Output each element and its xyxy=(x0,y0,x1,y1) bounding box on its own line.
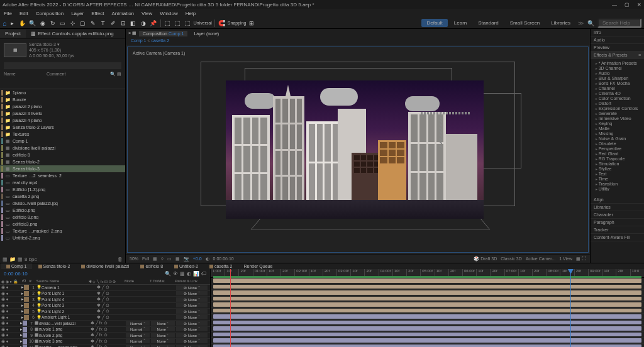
close-icon[interactable]: ✕ xyxy=(637,2,641,8)
menu-window[interactable]: Window xyxy=(156,11,181,16)
project-item[interactable]: 📁Buvole xyxy=(0,96,125,103)
viewport[interactable]: Active Camera (Camera 1) xyxy=(127,47,589,253)
timeline-layer[interactable]: ◉ ●▸3💡Point Light 4✱ ╱ ⊙⊘ None ˅ xyxy=(0,297,210,303)
project-item[interactable]: 📁palazzi 3 livello xyxy=(0,110,125,117)
comp-breadcrumb[interactable]: Comp 1 < casetta 2 xyxy=(126,38,590,45)
workspace-small-screen[interactable]: Small Screen xyxy=(505,19,545,27)
res-select[interactable]: Full xyxy=(142,256,149,261)
project-item[interactable]: ▭edificio3.png xyxy=(0,221,125,228)
effect-category[interactable]: Generate xyxy=(596,111,644,116)
menu-layer[interactable]: Layer xyxy=(67,11,87,16)
search-icon[interactable]: 🔍 xyxy=(586,19,595,28)
timeline-layer[interactable]: ◉ ●▸10▦nuvole 3.png✱ ╱ fx ⊙Normal ˅None … xyxy=(0,339,210,345)
timeline-layer[interactable]: ◉ ●▸8▦nuvole 1.png✱ ╱ fx ⊙Normal ˅None ˅… xyxy=(0,327,210,333)
playhead[interactable] xyxy=(570,269,571,347)
effect-category[interactable]: Red Giant xyxy=(596,151,644,156)
effect-category[interactable]: RG Trapcode xyxy=(596,156,644,161)
shape-tool-icon[interactable]: ▢ xyxy=(79,19,87,28)
exposure-icon[interactable]: ◐ xyxy=(206,256,209,262)
project-search-input[interactable] xyxy=(4,62,121,69)
tab-effect-controls[interactable]: ▦ Effect Controls coppia edificio.png xyxy=(26,30,119,38)
effect-category[interactable]: Audio xyxy=(596,70,644,75)
interp-icon[interactable]: ▦ xyxy=(3,256,8,262)
effect-category[interactable]: Noise & Grain xyxy=(596,136,644,141)
panel-audio[interactable]: Audio xyxy=(591,36,644,44)
project-item[interactable]: ▭Texture_...2_seamless_2 xyxy=(0,172,125,179)
frame-blend-icon[interactable]: ▦ xyxy=(180,271,185,277)
panel-content-aware-fill[interactable]: Content-Aware Fill xyxy=(591,234,644,241)
view-axis-icon[interactable]: ⬚ xyxy=(184,19,192,28)
effect-category[interactable]: Keying xyxy=(596,121,644,126)
current-time[interactable]: 0:00:06:10 xyxy=(4,271,28,277)
view-select[interactable]: Active Camer... xyxy=(526,256,555,261)
viewcount-select[interactable]: 1 View xyxy=(559,256,572,261)
timeline-layer[interactable]: ◉ ●▸11▦goethe_…nopng.png✱ ╱ fx ⊙Normal ˅… xyxy=(0,344,210,347)
brush-tool-icon[interactable]: ✐ xyxy=(109,19,118,28)
new-comp-icon[interactable]: ▦ xyxy=(18,256,23,262)
renderer-select[interactable]: Classic 3D xyxy=(501,256,521,261)
project-item[interactable]: ▦divisione livelli palazzi xyxy=(0,145,125,151)
effect-category[interactable]: Color Correction xyxy=(596,96,644,101)
zoom-tool-icon[interactable]: 🔍 xyxy=(28,19,37,28)
timeline-layer[interactable]: ◉ ●▸7▦divisio…velli palazzi✱ ╱ fx ⊙Norma… xyxy=(0,321,210,327)
menu-file[interactable]: File xyxy=(0,11,16,16)
grid-icon[interactable]: ▦ xyxy=(153,256,157,262)
effect-category[interactable]: Utility xyxy=(596,186,644,191)
tag-icon[interactable]: 🏷 xyxy=(201,271,206,277)
timeline-layer[interactable]: ◉ ●▸1💡Camera 1✱ ╱ ⊙⊘ None ˅ xyxy=(0,285,210,291)
menu-view[interactable]: View xyxy=(138,11,156,16)
menu-animation[interactable]: Animation xyxy=(108,11,138,16)
panel-libraries[interactable]: Libraries xyxy=(591,204,644,211)
panel-tracker[interactable]: Tracker xyxy=(591,226,644,234)
maximize-icon[interactable]: ▢ xyxy=(625,2,630,8)
hand-tool-icon[interactable]: ✋ xyxy=(18,19,27,28)
rotate-tool-icon[interactable]: ↻ xyxy=(48,19,57,28)
text-tool-icon[interactable]: T xyxy=(99,19,108,28)
col-menu-icon[interactable]: 🔍 ▤ xyxy=(110,72,121,87)
home-icon[interactable]: ⌂ xyxy=(3,19,7,27)
panel-paragraph[interactable]: Paragraph xyxy=(591,219,644,226)
effect-category[interactable]: Simulation xyxy=(596,161,644,166)
effect-category[interactable]: Text xyxy=(596,171,644,176)
effect-category[interactable]: Perspective xyxy=(596,146,644,151)
panel-character[interactable]: Character xyxy=(591,211,644,219)
project-item[interactable]: ▦Comp 1 xyxy=(0,138,125,145)
project-item[interactable]: 📁Senza titolo-2 Layers xyxy=(0,124,125,131)
project-item[interactable]: ▭Edificio [1-3].png xyxy=(0,186,125,193)
project-item[interactable]: 📁1piano xyxy=(0,89,125,96)
project-item[interactable]: ▭Texture_...masked_2.png xyxy=(0,228,125,234)
project-item[interactable]: ▭Edificio.png xyxy=(0,207,125,214)
effect-category[interactable]: Expression Controls xyxy=(596,106,644,111)
roto-tool-icon[interactable]: ◑ xyxy=(139,19,148,28)
effect-category[interactable]: Cinema 4D xyxy=(596,91,644,96)
effects-presets-header[interactable]: Effects & Presets≡ xyxy=(591,52,644,59)
snap-opt-icon[interactable]: ⊞ xyxy=(247,19,256,28)
shy-icon[interactable]: 👁 xyxy=(173,271,178,277)
timeline-layer[interactable]: ◉ ●▸2💡Point Light 1✱ ╱ ⊙⊘ None ˅ xyxy=(0,291,210,297)
mask-icon[interactable]: ◊ xyxy=(161,256,163,261)
effect-category[interactable]: * Animation Presets xyxy=(596,60,644,65)
bpc-label[interactable]: 8 bpc xyxy=(25,256,37,262)
effect-category[interactable]: Distort xyxy=(596,101,644,106)
timeline-layer[interactable]: ◉ ●▸6💡Ambient Light 1✱ ╱ ⊙⊘ None ˅ xyxy=(0,315,210,321)
timeline-layer[interactable]: ◉ ●▸4💡Point Light 3✱ ╱ ⊙⊘ None ˅ xyxy=(0,303,210,309)
timeline-tab[interactable]: Render Queue xyxy=(238,263,277,269)
effect-category[interactable]: Channel xyxy=(596,85,644,91)
minimize-icon[interactable]: — xyxy=(612,2,617,8)
project-item[interactable]: ▭Untitled-2.png xyxy=(0,234,125,241)
effect-category[interactable]: Time xyxy=(596,176,644,181)
effect-category[interactable]: Matte xyxy=(596,126,644,131)
effect-category[interactable]: Obsolete xyxy=(596,141,644,146)
eraser-tool-icon[interactable]: ◧ xyxy=(129,19,138,28)
effect-category[interactable]: Boris FX Mocha xyxy=(596,80,644,85)
timeline-layer[interactable]: ◉ ●▸9▦nuvole 2.png✱ ╱ fx ⊙Normal ˅None ˅… xyxy=(0,333,210,339)
new-folder-icon[interactable]: 📁 xyxy=(9,256,16,262)
effect-category[interactable]: Transition xyxy=(596,181,644,186)
timeline-tab[interactable]: Comp 1 xyxy=(1,263,32,269)
region-icon[interactable]: ▭ xyxy=(167,256,172,262)
project-item[interactable]: ▭real city.mp4 xyxy=(0,179,125,186)
motion-blur-icon[interactable]: ◐ xyxy=(187,271,191,277)
effect-category[interactable]: Missing xyxy=(596,131,644,136)
panel-preview[interactable]: Preview xyxy=(591,44,644,52)
pen-tool-icon[interactable]: ✎ xyxy=(89,19,97,28)
